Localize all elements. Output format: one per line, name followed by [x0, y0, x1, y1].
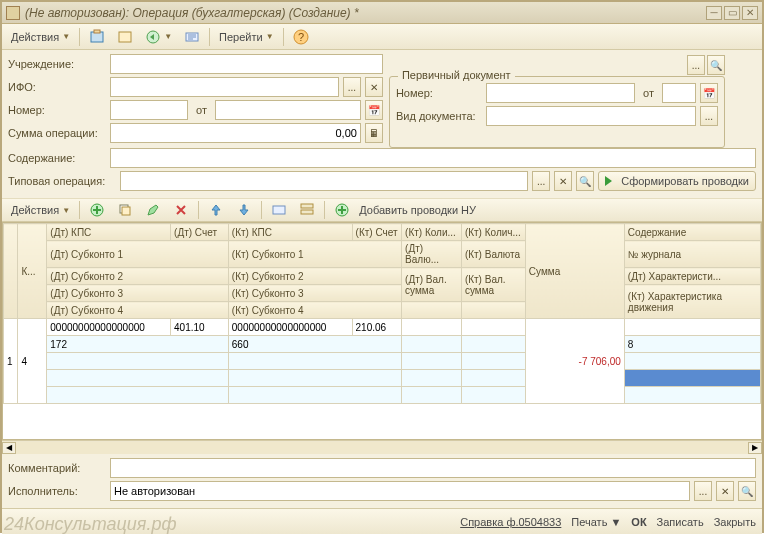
col-dt-kps[interactable]: (Дт) КПС	[47, 224, 171, 241]
col-kt-sub1[interactable]: (Кт) Субконто 1	[228, 241, 401, 268]
pd-date-picker-button[interactable]: 📅	[700, 83, 718, 103]
col-kt-sub2[interactable]: (Кт) Субконто 2	[228, 268, 401, 285]
sum-label: Сумма операции:	[8, 127, 106, 139]
move-up-button[interactable]	[203, 200, 229, 220]
statusbar: Справка ф.0504833 Печать ▼ ОК Записать З…	[2, 508, 762, 534]
comment-input[interactable]	[110, 458, 756, 478]
col-journal[interactable]: № журнала	[624, 241, 760, 268]
toolbar-button-2[interactable]	[112, 27, 138, 47]
goto-menu[interactable]: Перейти▼	[214, 27, 279, 47]
postings-grid[interactable]: К... (Дт) КПС (Дт) Счет (Кт) КПС (Кт) Сч…	[2, 222, 762, 440]
window-title: (Не авторизован): Операция (бухгалтерска…	[25, 6, 706, 20]
type-op-input[interactable]	[120, 171, 528, 191]
institution-detail-button[interactable]: 🔍	[707, 55, 725, 75]
form-postings-button[interactable]: Сформировать проводки	[598, 171, 756, 191]
col-kt-cur[interactable]: (Кт) Валюта	[461, 241, 525, 268]
col-dt-cur[interactable]: (Дт) Валю...	[402, 241, 462, 268]
window-icon	[6, 6, 20, 20]
type-op-clear-button[interactable]: ✕	[554, 171, 572, 191]
ifo-select-button[interactable]: ...	[343, 77, 361, 97]
institution-label: Учреждение:	[8, 58, 106, 70]
col-dt-sub3[interactable]: (Дт) Субконто 3	[47, 285, 229, 302]
print-button[interactable]: Печать ▼	[571, 516, 621, 528]
primary-doc-legend: Первичный документ	[398, 69, 515, 81]
col-k[interactable]: К...	[18, 224, 47, 319]
number-label: Номер:	[8, 104, 106, 116]
col-dt-vs[interactable]: (Дт) Вал. сумма	[402, 268, 462, 302]
institution-input[interactable]	[110, 54, 383, 74]
institution-select-button[interactable]: ...	[687, 55, 705, 75]
executor-detail-button[interactable]: 🔍	[738, 481, 756, 501]
col-har1[interactable]: (Дт) Характеристи...	[624, 268, 760, 285]
add-nu-button[interactable]: Добавить проводки НУ	[329, 200, 481, 220]
horizontal-scrollbar[interactable]: ◀ ▶	[2, 440, 762, 454]
scroll-right-button[interactable]: ▶	[748, 442, 762, 454]
col-n[interactable]	[4, 224, 18, 319]
scroll-track[interactable]	[16, 442, 748, 454]
delete-row-button[interactable]	[168, 200, 194, 220]
save-button[interactable]: Записать	[657, 516, 704, 528]
content-input[interactable]	[110, 148, 756, 168]
selected-cell[interactable]	[624, 370, 760, 387]
col-content[interactable]: Содержание	[624, 224, 760, 241]
minimize-button[interactable]: ─	[706, 6, 722, 20]
date-input[interactable]	[215, 100, 361, 120]
ok-button[interactable]: ОК	[631, 516, 646, 528]
move-down-button[interactable]	[231, 200, 257, 220]
pd-date-input[interactable]	[662, 83, 696, 103]
date-picker-button[interactable]: 📅	[365, 100, 383, 120]
table-row[interactable]	[4, 387, 761, 404]
executor-select-button[interactable]: ...	[694, 481, 712, 501]
grid-button-1[interactable]	[266, 200, 292, 220]
col-kt-acc[interactable]: (Кт) Счет	[352, 224, 402, 241]
grid-button-2[interactable]	[294, 200, 320, 220]
scroll-left-button[interactable]: ◀	[2, 442, 16, 454]
ifo-input[interactable]	[110, 77, 339, 97]
col-dt-acc[interactable]: (Дт) Счет	[171, 224, 229, 241]
table-row[interactable]: 172 660 8	[4, 336, 761, 353]
toolbar-button-1[interactable]	[84, 27, 110, 47]
sum-input[interactable]	[110, 123, 361, 143]
close-button[interactable]: ✕	[742, 6, 758, 20]
type-op-select-button[interactable]: ...	[532, 171, 550, 191]
actions-menu[interactable]: Действия▼	[6, 27, 75, 47]
maximize-button[interactable]: ▭	[724, 6, 740, 20]
executor-clear-button[interactable]: ✕	[716, 481, 734, 501]
ifo-clear-button[interactable]: ✕	[365, 77, 383, 97]
pd-type-label: Вид документа:	[396, 110, 482, 122]
col-sum[interactable]: Сумма	[525, 224, 624, 319]
close-button-bottom[interactable]: Закрыть	[714, 516, 756, 528]
executor-input[interactable]	[110, 481, 690, 501]
table-row[interactable]	[4, 353, 761, 370]
pd-number-input[interactable]	[486, 83, 635, 103]
reference-link[interactable]: Справка ф.0504833	[460, 516, 561, 528]
pd-type-input[interactable]	[486, 106, 696, 126]
table-row[interactable]: 1 4 00000000000000000 401.10 00000000000…	[4, 319, 761, 336]
col-har2[interactable]: (Кт) Характеристика движения	[624, 285, 760, 319]
col-kt-sub3[interactable]: (Кт) Субконто 3	[228, 285, 401, 302]
grid-actions-menu[interactable]: Действия▼	[6, 200, 75, 220]
svg-rect-9	[122, 207, 130, 215]
col-kt-vs[interactable]: (Кт) Вал. сумма	[461, 268, 525, 302]
add-row-button[interactable]	[84, 200, 110, 220]
toolbar-button-4[interactable]	[179, 27, 205, 47]
sum-calc-button[interactable]: 🖩	[365, 123, 383, 143]
number-input[interactable]	[110, 100, 188, 120]
type-op-label: Типовая операция:	[8, 175, 116, 187]
help-button[interactable]: ?	[288, 27, 314, 47]
toolbar-button-3[interactable]: ▼	[140, 27, 177, 47]
col-kt-qty1[interactable]: (Кт) Коли...	[402, 224, 462, 241]
col-kt-sub4[interactable]: (Кт) Субконто 4	[228, 302, 401, 319]
col-dt-sub2[interactable]: (Дт) Субконто 2	[47, 268, 229, 285]
edit-row-button[interactable]	[140, 200, 166, 220]
col-dt-sub1[interactable]: (Дт) Субконто 1	[47, 241, 229, 268]
type-op-detail-button[interactable]: 🔍	[576, 171, 594, 191]
table-row[interactable]	[4, 370, 761, 387]
col-kt-kps[interactable]: (Кт) КПС	[228, 224, 352, 241]
col-dt-sub4[interactable]: (Дт) Субконто 4	[47, 302, 229, 319]
pd-date-label: от	[639, 87, 658, 99]
grid-toolbar: Действия▼ Добавить проводки НУ	[2, 198, 762, 222]
copy-row-button[interactable]	[112, 200, 138, 220]
pd-type-select-button[interactable]: ...	[700, 106, 718, 126]
col-kt-qty2[interactable]: (Кт) Колич...	[461, 224, 525, 241]
